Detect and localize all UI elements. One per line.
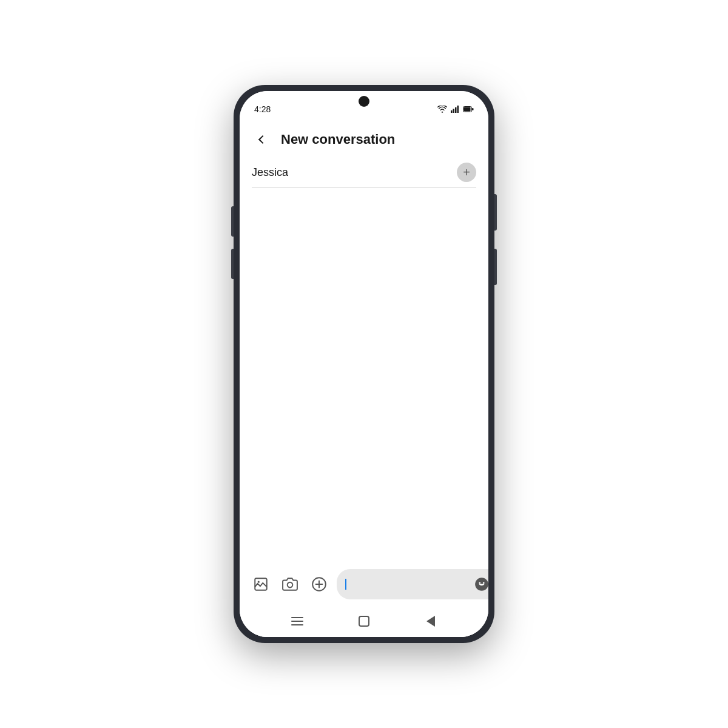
recents-button[interactable] xyxy=(285,609,309,633)
signal-icon xyxy=(451,106,459,113)
add-recipient-button[interactable]: + xyxy=(457,163,476,182)
svg-point-9 xyxy=(288,582,293,588)
gallery-icon xyxy=(253,576,269,592)
recipient-input[interactable] xyxy=(252,166,457,179)
bottom-toolbar xyxy=(240,563,488,605)
nav-back-button[interactable] xyxy=(419,609,443,633)
back-chevron-icon xyxy=(258,135,267,144)
message-input[interactable] xyxy=(351,579,467,590)
recents-icon xyxy=(291,617,303,625)
recipient-row: + xyxy=(252,158,476,187)
app-content: New conversation + xyxy=(240,121,488,637)
sticker-button[interactable] xyxy=(471,574,488,595)
volume-up-button[interactable] xyxy=(231,206,234,237)
message-area xyxy=(240,187,488,563)
status-bar: 4:28 xyxy=(240,91,488,121)
page-title: New conversation xyxy=(281,132,476,147)
wifi-icon xyxy=(437,106,447,113)
message-input-wrapper[interactable] xyxy=(337,569,488,599)
phone-screen: 4:28 xyxy=(240,91,488,637)
text-cursor xyxy=(345,579,346,590)
nav-bar xyxy=(240,605,488,637)
svg-point-14 xyxy=(483,582,485,584)
svg-rect-3 xyxy=(457,106,459,113)
add-icon xyxy=(311,576,327,592)
volume-down-button[interactable] xyxy=(231,249,234,279)
gallery-button[interactable] xyxy=(249,573,272,596)
status-time: 4:28 xyxy=(254,104,271,114)
svg-point-13 xyxy=(479,582,480,584)
phone-frame: 4:28 xyxy=(234,85,494,643)
svg-rect-2 xyxy=(455,107,457,113)
home-button[interactable] xyxy=(352,609,376,633)
home-icon xyxy=(359,616,369,627)
status-icons xyxy=(437,106,474,113)
svg-rect-5 xyxy=(464,107,471,112)
battery-icon xyxy=(463,106,474,112)
camera-icon xyxy=(282,576,298,592)
nav-back-icon xyxy=(426,616,435,627)
plus-icon: + xyxy=(463,166,470,178)
top-bar: New conversation xyxy=(240,121,488,158)
svg-rect-0 xyxy=(451,110,453,113)
back-button[interactable] xyxy=(252,129,274,150)
add-button[interactable] xyxy=(308,573,331,596)
svg-rect-1 xyxy=(453,109,455,113)
svg-rect-6 xyxy=(472,108,474,110)
camera-notch xyxy=(359,96,369,107)
svg-point-8 xyxy=(258,581,260,583)
camera-button[interactable] xyxy=(278,573,302,596)
sticker-icon xyxy=(474,576,488,592)
